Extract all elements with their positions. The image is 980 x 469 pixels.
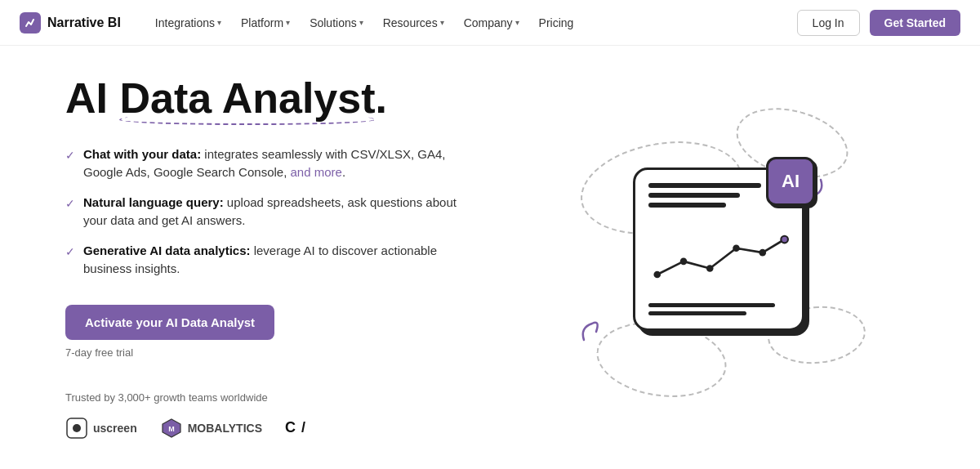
check-icon: ✓ [65, 147, 75, 164]
check-icon: ✓ [65, 195, 75, 212]
check-icon: ✓ [65, 243, 75, 261]
main-content: AI Data Analyst. ✓ Chat with your data: … [0, 46, 980, 469]
chevron-down-icon: ▾ [359, 18, 363, 27]
logo-uscreen: uscreen [65, 417, 137, 440]
svg-text:M: M [168, 425, 175, 433]
trial-text: 7-day free trial [65, 346, 133, 359]
nav-solutions[interactable]: Solutions ▾ [301, 11, 372, 34]
card-bottom-line-1 [648, 303, 775, 307]
svg-point-8 [759, 249, 766, 257]
hero-left: AI Data Analyst. ✓ Chat with your data: … [65, 75, 457, 439]
trusted-logos: uscreen M MOBALYTICS C / [65, 417, 457, 440]
navbar: Narrative BI Integrations ▾ Platform ▾ S… [0, 0, 980, 46]
nav-integrations[interactable]: Integrations ▾ [147, 11, 229, 34]
chevron-down-icon: ▾ [440, 18, 444, 27]
card-line-1 [648, 183, 761, 188]
underline-text: Data Analyst [119, 74, 375, 122]
uscreen-logo-icon [65, 417, 88, 440]
feature-item-1: ✓ Chat with your data: integrates seamle… [65, 145, 457, 182]
nav-links: Integrations ▾ Platform ▾ Solutions ▾ Re… [147, 11, 797, 34]
svg-point-7 [733, 244, 740, 252]
hero-illustration: AI [457, 94, 980, 421]
brand-name: Narrative BI [47, 16, 121, 30]
illustration-wrapper: AI [564, 102, 874, 413]
card-chart [648, 217, 789, 297]
card-bottom-line-2 [648, 311, 746, 315]
logo-campsite: C / [285, 419, 306, 436]
mobalytics-logo-icon: M [160, 417, 183, 440]
get-started-button[interactable]: Get Started [870, 10, 960, 36]
trusted-label: Trusted by 3,000+ growth teams worldwide [65, 391, 457, 404]
feature-list: ✓ Chat with your data: integrates seamle… [65, 145, 457, 279]
brand-logo[interactable]: Narrative BI [20, 12, 121, 34]
chevron-down-icon: ▾ [286, 18, 290, 27]
trusted-section: Trusted by 3,000+ growth teams worldwide… [65, 391, 457, 440]
card-line-2 [648, 193, 740, 198]
logo-mobalytics: M MOBALYTICS [160, 417, 262, 440]
svg-point-6 [706, 265, 714, 272]
swirl-icon-1 [580, 315, 612, 347]
ai-card: AI [633, 168, 804, 331]
chevron-down-icon: ▾ [515, 18, 519, 27]
feature-item-3: ✓ Generative AI data analytics: leverage… [65, 242, 457, 279]
cta-area: Activate your AI Data Analyst 7-day free… [65, 305, 457, 359]
svg-point-5 [680, 258, 688, 266]
login-button[interactable]: Log In [797, 10, 860, 36]
feature-item-2: ✓ Natural language query: upload spreads… [65, 194, 457, 230]
chevron-down-icon: ▾ [217, 18, 221, 27]
ai-badge: AI [766, 157, 815, 206]
nav-actions: Log In Get Started [797, 10, 960, 36]
svg-point-1 [73, 424, 81, 432]
nav-pricing[interactable]: Pricing [531, 11, 582, 34]
nav-resources[interactable]: Resources ▾ [375, 11, 452, 34]
logo-icon [20, 12, 41, 34]
hero-title: AI Data Analyst. [65, 75, 457, 122]
card-line-3 [648, 203, 726, 208]
nav-company[interactable]: Company ▾ [456, 11, 528, 34]
svg-point-9 [781, 236, 788, 243]
card-bottom-lines [648, 303, 789, 315]
nav-platform[interactable]: Platform ▾ [233, 11, 298, 34]
and-more-link[interactable]: and more [291, 165, 342, 179]
svg-point-4 [653, 271, 661, 279]
cta-button[interactable]: Activate your AI Data Analyst [65, 305, 274, 340]
